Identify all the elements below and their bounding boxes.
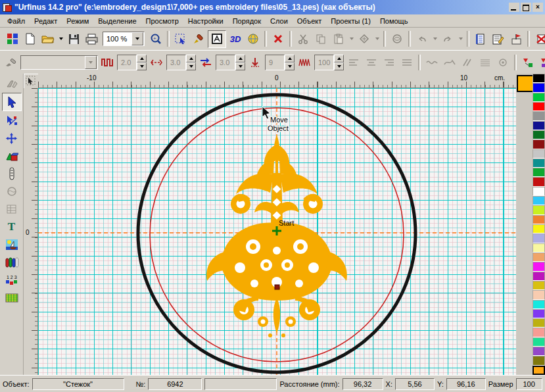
scale-spinner[interactable]: 100: [314, 55, 344, 70]
color-swatch-10[interactable]: [533, 159, 545, 168]
stitch-point-marker[interactable]: [275, 285, 279, 289]
spin-up-button[interactable]: [235, 55, 245, 62]
select-tool-button[interactable]: [2, 93, 22, 111]
open-dropdown-button[interactable]: [57, 32, 64, 47]
maximize-button[interactable]: [521, 3, 531, 12]
close-button[interactable]: ×: [533, 3, 543, 12]
fill-density-tool-button[interactable]: [296, 54, 313, 70]
sew-tool-button[interactable]: [3, 183, 21, 200]
move-tool-button[interactable]: [3, 130, 21, 147]
open-file-button[interactable]: [39, 31, 57, 47]
ruler-origin-button[interactable]: [24, 74, 39, 89]
menu-item-2[interactable]: Редакт: [30, 16, 62, 26]
menu-item-11[interactable]: Помощь: [375, 16, 413, 26]
menu-item-3[interactable]: Режим: [62, 16, 93, 26]
menu-item-4[interactable]: Выделение: [93, 16, 141, 26]
color-swatch-15[interactable]: [533, 205, 545, 214]
color-swatch-9[interactable]: [533, 149, 545, 159]
color-swatch-25[interactable]: [533, 300, 545, 309]
vertical-ruler[interactable]: 0: [24, 88, 38, 375]
spin-down-button[interactable]: [137, 62, 147, 70]
color-swatch-13[interactable]: [533, 187, 545, 196]
spin-up-button[interactable]: [285, 55, 295, 62]
image-tool-button[interactable]: [3, 236, 21, 253]
density-tool-button[interactable]: [99, 54, 116, 70]
stitch-length-tool-button[interactable]: [148, 54, 165, 70]
length-spinner[interactable]: 3.0: [166, 55, 196, 70]
color-swatch-1[interactable]: [533, 74, 545, 83]
copy-button[interactable]: [312, 31, 329, 47]
curve-tool-1-button[interactable]: [423, 54, 440, 70]
spin-down-button[interactable]: [334, 62, 344, 70]
template-tool-button[interactable]: [3, 201, 21, 218]
shapes-tool-button[interactable]: [3, 147, 21, 164]
spin-up-button[interactable]: [334, 55, 344, 62]
slant-tool-button[interactable]: [459, 54, 476, 70]
color-swatch-21[interactable]: [533, 262, 545, 271]
color-order-tool-button[interactable]: 1 2 3: [3, 272, 21, 289]
count-spinner[interactable]: 9: [265, 55, 295, 70]
zoom-tool-button[interactable]: +: [147, 31, 164, 47]
paste-special-button[interactable]: [356, 31, 373, 47]
color-swatch-6[interactable]: [533, 121, 545, 130]
close-file-button[interactable]: [270, 31, 287, 47]
color-swatch-18[interactable]: [533, 233, 545, 243]
stitch-edit-button[interactable]: [3, 54, 20, 70]
color-swatch-19[interactable]: [533, 243, 545, 253]
spin-up-button[interactable]: [186, 55, 196, 62]
select-region-button[interactable]: [172, 31, 189, 47]
color-swatch-32[interactable]: [533, 366, 545, 375]
align-justify-button[interactable]: [398, 54, 415, 70]
threads-tool-button[interactable]: [3, 254, 21, 271]
undo-button[interactable]: [414, 31, 431, 47]
paste-button[interactable]: [330, 31, 347, 47]
align-right-button[interactable]: [381, 54, 398, 70]
cut-button[interactable]: [295, 31, 312, 47]
view-3d-button[interactable]: 3D: [227, 31, 244, 47]
undo-dropdown-button[interactable]: [431, 32, 438, 47]
stitch-type-combobox[interactable]: [20, 55, 98, 70]
color-swatch-31[interactable]: [533, 356, 545, 365]
menu-item-6[interactable]: Настройки: [183, 16, 228, 26]
spin-down-button[interactable]: [285, 62, 295, 70]
menu-item-10[interactable]: Проекты (1): [326, 16, 375, 26]
color-points-button[interactable]: [537, 54, 545, 70]
save-button[interactable]: [65, 31, 82, 47]
stitch-view-button[interactable]: [208, 30, 226, 48]
node-edit-tool-button[interactable]: [3, 112, 21, 129]
design-canvas[interactable]: Start Move Object: [38, 88, 516, 375]
transform-button[interactable]: [389, 31, 406, 47]
menu-item-1[interactable]: Файл: [3, 16, 30, 26]
stitch-bar-tool-button[interactable]: [3, 165, 21, 182]
menu-item-8[interactable]: Слои: [266, 16, 293, 26]
color-swatch-12[interactable]: [533, 177, 545, 186]
spin-down-button[interactable]: [235, 62, 245, 70]
color-swatch-3[interactable]: [533, 93, 545, 102]
globe-button[interactable]: [245, 31, 262, 47]
layer-lines-button[interactable]: [477, 54, 494, 70]
color-swatch-8[interactable]: [533, 139, 545, 149]
color-swatch-30[interactable]: [533, 347, 545, 356]
color-swatch-16[interactable]: [533, 215, 545, 224]
color-swatch-4[interactable]: [533, 102, 545, 111]
start-end-points-button[interactable]: [519, 54, 536, 70]
text-tool-button[interactable]: T: [3, 218, 21, 235]
zoom-combobox[interactable]: 100 %: [103, 32, 145, 46]
underlay-tool-button[interactable]: [247, 54, 264, 70]
align-center-button[interactable]: [363, 54, 380, 70]
color-swatch-17[interactable]: [533, 224, 545, 233]
measure-tool-button[interactable]: [3, 75, 21, 92]
color-swatch-29[interactable]: [533, 337, 545, 347]
stitch-list-button[interactable]: [472, 31, 489, 47]
color-swatch-11[interactable]: [533, 168, 545, 177]
color-swatch-5[interactable]: [533, 111, 545, 120]
stitch-type-dropdown-button[interactable]: [85, 56, 97, 69]
color-swatch-14[interactable]: [533, 196, 545, 205]
paste-dropdown-button[interactable]: [348, 32, 355, 47]
color-swatch-27[interactable]: [533, 318, 545, 328]
color-swatch-23[interactable]: [533, 281, 545, 290]
width-spinner[interactable]: 3.0: [216, 55, 245, 70]
pull-comp-tool-button[interactable]: [197, 54, 214, 70]
align-left-button[interactable]: [345, 54, 362, 70]
color-swatch-26[interactable]: [533, 309, 545, 318]
